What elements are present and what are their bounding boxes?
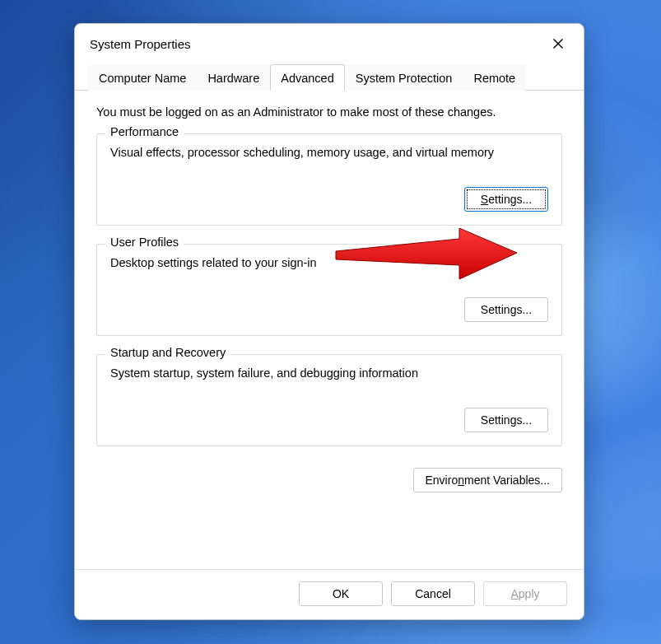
group-performance: Performance Visual effects, processor sc… [96,133,562,226]
group-startup-recovery: Startup and Recovery System startup, sys… [96,354,562,446]
close-icon [552,38,564,49]
tab-panel-advanced: You must be logged on as an Administrato… [75,91,584,569]
environment-variables-row: Environment Variables... [96,468,562,492]
tab-advanced[interactable]: Advanced [270,64,345,91]
startup-recovery-settings-button[interactable]: Settings... [464,408,548,432]
performance-desc: Visual effects, processor scheduling, me… [110,146,548,159]
admin-notice: You must be logged on as an Administrato… [96,105,562,119]
ok-button[interactable]: OK [299,581,383,606]
performance-settings-button[interactable]: Settings... [464,187,548,212]
tab-hardware[interactable]: Hardware [197,64,270,91]
dialog-button-row: OK Cancel Apply [75,569,584,619]
user-profiles-desc: Desktop settings related to your sign-in [110,256,548,269]
user-profiles-settings-button[interactable]: Settings... [464,297,548,322]
button-row: Settings... [110,187,548,212]
group-legend-performance: Performance [105,125,184,138]
group-legend-startup-recovery: Startup and Recovery [105,346,230,359]
close-button[interactable] [544,32,572,55]
startup-recovery-desc: System startup, system failure, and debu… [110,366,548,380]
titlebar: System Properties [75,24,584,63]
cancel-button[interactable]: Cancel [391,581,475,606]
tab-strip: Computer Name Hardware Advanced System P… [75,63,584,91]
group-legend-user-profiles: User Profiles [105,236,184,249]
tab-computer-name[interactable]: Computer Name [88,64,197,91]
dialog-title: System Properties [90,37,191,51]
button-row: Settings... [110,297,548,322]
system-properties-dialog: System Properties Computer Name Hardware… [74,23,584,620]
tab-system-protection[interactable]: System Protection [345,64,463,91]
environment-variables-button[interactable]: Environment Variables... [413,468,563,492]
apply-button: Apply [483,581,567,606]
group-user-profiles: User Profiles Desktop settings related t… [96,244,562,336]
tab-remote[interactable]: Remote [463,64,526,91]
button-row: Settings... [110,408,548,432]
